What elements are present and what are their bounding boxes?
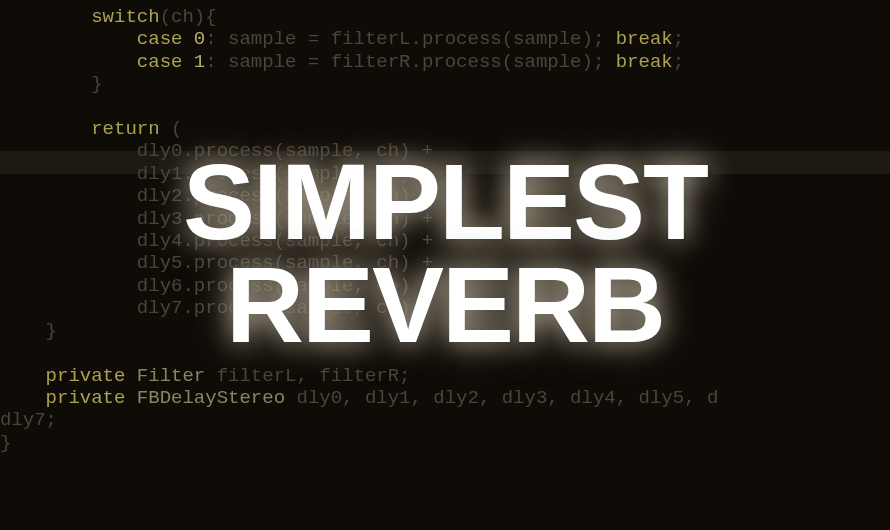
code-line-3: case 1: sample = filterR.process(sample)… [0,51,684,73]
title-line-2: REVERB [183,254,707,357]
title-overlay: SIMPLEST REVERB [183,152,707,357]
code-line-20: } [0,432,11,454]
title-line-1: SIMPLEST [183,152,707,255]
code-line-6: return ( [0,118,182,140]
code-line-19: dly7; [0,409,57,431]
code-line-15: } [0,320,57,342]
code-line-4: } [0,73,103,95]
code-line-1: switch(ch){ [0,6,217,28]
code-line-2: case 0: sample = filterL.process(sample)… [0,28,684,50]
code-line-17: private Filter filterL, filterR; [0,365,411,387]
code-line-18: private FBDelayStereo dly0, dly1, dly2, … [0,387,718,409]
